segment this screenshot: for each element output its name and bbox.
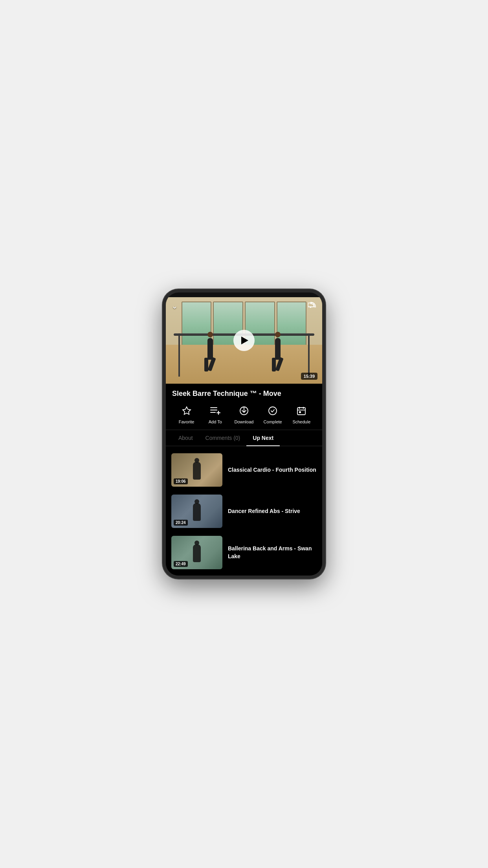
cast-icon[interactable] [308, 302, 317, 311]
thumbnail-2: 20:24 [171, 495, 222, 528]
power-button [324, 332, 325, 348]
svg-marker-2 [183, 407, 191, 414]
thumbnail-duration-1: 19:06 [174, 478, 188, 484]
video-duration: 15:39 [301, 373, 317, 380]
video-player[interactable]: ⌄ 15:39 [166, 297, 322, 384]
phone-frame: ⌄ 15:39 Sleek Barre Techni [163, 289, 325, 579]
schedule-label: Schedule [292, 419, 310, 424]
calendar-icon [297, 406, 306, 417]
video-info-2: Dancer Refined Abs - Strive [228, 508, 317, 515]
video-item-title-3: Ballerina Back and Arms - Swan Lake [228, 545, 317, 560]
chevron-down-icon[interactable]: ⌄ [171, 301, 178, 311]
schedule-button[interactable]: Schedule [290, 406, 313, 424]
svg-rect-3 [210, 407, 217, 408]
add-to-label: Add To [209, 419, 222, 424]
thumbnail-1: 19:06 [171, 453, 222, 487]
thumbnail-duration-2: 20:24 [174, 520, 188, 526]
svg-rect-4 [210, 410, 217, 410]
download-icon [239, 406, 249, 417]
up-next-list: 19:06 Classical Cardio - Fourth Position [166, 446, 322, 576]
tabs-row: About Comments (0) Up Next [166, 430, 322, 446]
thumb-figure-3 [193, 541, 201, 562]
phone-content: ⌄ 15:39 Sleek Barre Techni [166, 297, 322, 576]
add-to-button[interactable]: Add To [204, 406, 227, 424]
barre-stand-right [308, 333, 310, 377]
dancer-right [268, 332, 288, 375]
svg-point-1 [310, 306, 312, 308]
tab-up-next[interactable]: Up Next [246, 430, 280, 446]
svg-point-9 [269, 407, 277, 415]
play-triangle-icon [241, 337, 248, 344]
download-label: Download [235, 419, 254, 424]
download-button[interactable]: Download [232, 406, 256, 424]
video-item-title-1: Classical Cardio - Fourth Position [228, 466, 317, 474]
video-title: Sleek Barre Technique ™ - Move [166, 384, 322, 402]
phone-top-bar [166, 292, 322, 297]
favorite-label: Favorite [179, 419, 194, 424]
thumbnail-duration-3: 22:49 [174, 561, 188, 567]
thumb-figure-2 [193, 499, 201, 521]
svg-rect-5 [210, 412, 216, 413]
thumb-figure-1 [193, 458, 201, 480]
thumbnail-3: 22:49 [171, 536, 222, 569]
svg-rect-14 [299, 412, 301, 413]
content-area[interactable]: Sleek Barre Technique ™ - Move Favorite [166, 384, 322, 576]
star-icon [182, 406, 191, 417]
video-item-title-2: Dancer Refined Abs - Strive [228, 508, 317, 515]
favorite-button[interactable]: Favorite [175, 406, 198, 424]
list-item[interactable]: 20:24 Dancer Refined Abs - Strive [166, 491, 322, 532]
video-info-3: Ballerina Back and Arms - Swan Lake [228, 545, 317, 560]
check-circle-icon [268, 406, 277, 417]
list-add-icon [210, 406, 220, 417]
tab-about[interactable]: About [172, 430, 199, 446]
play-button[interactable] [233, 330, 255, 351]
svg-rect-10 [297, 408, 305, 415]
list-item[interactable]: 19:06 Classical Cardio - Fourth Position [166, 449, 322, 491]
video-info-1: Classical Cardio - Fourth Position [228, 466, 317, 474]
dancer-left [200, 332, 220, 375]
complete-button[interactable]: Complete [261, 406, 284, 424]
tab-comments[interactable]: Comments (0) [199, 430, 247, 446]
video-top-controls: ⌄ [166, 301, 322, 311]
barre-stand-left [178, 333, 180, 377]
action-buttons-row: Favorite Add To [166, 402, 322, 430]
complete-label: Complete [264, 419, 282, 424]
list-item[interactable]: 22:49 Ballerina Back and Arms - Swan Lak… [166, 532, 322, 573]
